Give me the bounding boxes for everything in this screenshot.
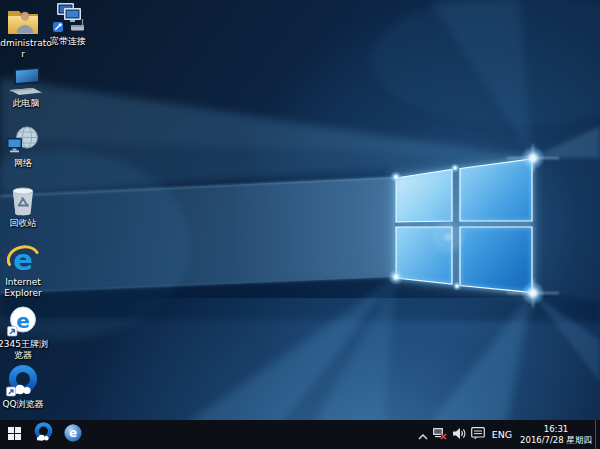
network-status-button[interactable] [430,420,449,449]
hidden-icons-button[interactable] [415,420,430,449]
icon-label: 网络 [14,158,32,169]
windows-logo-icon [8,425,21,444]
desktop[interactable]: Administrator 宽带连接 [0,0,600,449]
svg-text:e: e [16,309,30,333]
ie-browser-icon: e [5,243,41,275]
taskbar-qq-browser-button[interactable] [29,420,58,449]
clock-date: 2016/7/28 星期四 [517,435,595,446]
broadband-connection-icon [50,2,86,34]
desktop-icon-network[interactable]: 网络 [0,124,53,169]
language-indicator[interactable]: ENG [487,420,517,449]
qq-browser-icon [33,422,54,447]
icon-label: Internet Explorer [0,277,52,298]
computer-icon [8,64,44,96]
start-button[interactable] [0,420,29,449]
volume-icon [452,425,466,444]
chevron-up-icon [418,425,428,444]
icon-label: 回收站 [10,218,37,229]
desktop-icon-2345-browser[interactable]: e 2345王牌浏览器 [0,305,53,360]
taskbar-2345-browser-button[interactable]: e [58,420,87,449]
desktop-icon-internet-explorer[interactable]: e Internet Explorer [0,243,53,298]
icon-label: 2345王牌浏览器 [0,339,52,360]
action-center-icon [471,425,485,444]
desktop-icon-qq-browser[interactable]: QQ浏览器 [0,365,53,410]
svg-text:e: e [68,426,76,440]
user-folder-icon [5,4,41,36]
wallpaper-win10-hero [0,0,600,449]
2345-browser-icon: e [5,305,41,337]
action-center-button[interactable] [468,420,487,449]
qq-browser-icon [5,365,41,397]
desktop-icon-this-pc[interactable]: 此电脑 [0,64,56,109]
taskbar: e [0,420,600,449]
recycle-bin-icon [5,184,41,216]
show-desktop-button[interactable] [595,420,600,449]
system-tray: ENG 16:31 2016/7/28 星期四 [415,420,600,449]
icon-label: 此电脑 [13,98,40,109]
taskbar-clock[interactable]: 16:31 2016/7/28 星期四 [517,420,595,449]
desktop-icon-broadband[interactable]: 宽带连接 [38,2,98,47]
icon-label: 宽带连接 [50,36,86,47]
clock-time: 16:31 [517,424,595,435]
network-globe-icon [5,124,41,156]
desktop-icon-recycle-bin[interactable]: 回收站 [0,184,53,229]
volume-button[interactable] [449,420,468,449]
icon-label: QQ浏览器 [2,399,43,410]
2345-browser-icon: e [63,423,83,447]
network-disconnected-icon [432,425,447,444]
